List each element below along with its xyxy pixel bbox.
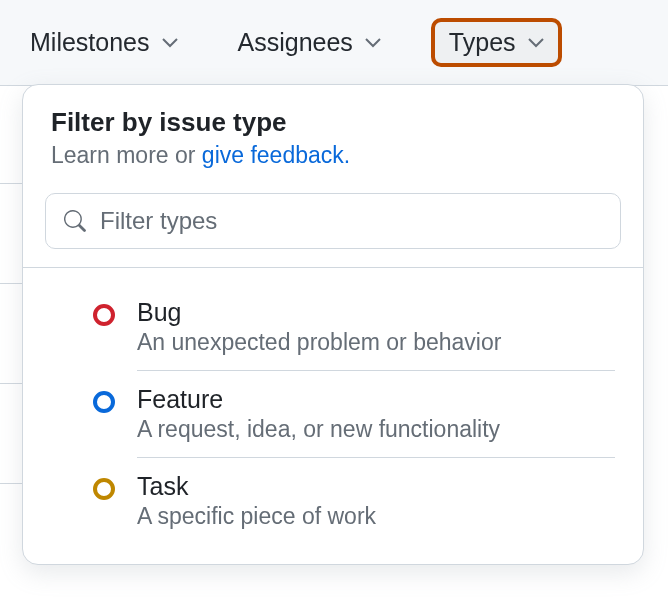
circle-icon xyxy=(93,391,115,413)
milestones-filter[interactable]: Milestones xyxy=(20,22,188,63)
search-field[interactable] xyxy=(45,193,621,249)
type-desc: A request, idea, or new functionality xyxy=(137,416,615,443)
type-item-feature[interactable]: Feature A request, idea, or new function… xyxy=(23,371,643,458)
type-list: Bug An unexpected problem or behavior Fe… xyxy=(23,268,643,564)
search-wrap xyxy=(23,179,643,268)
dropdown-subtext-prefix: Learn more or xyxy=(51,142,202,168)
caret-down-icon xyxy=(162,38,178,48)
caret-down-icon xyxy=(528,38,544,48)
types-dropdown: Filter by issue type Learn more or give … xyxy=(22,84,644,565)
type-body: Feature A request, idea, or new function… xyxy=(137,385,615,458)
types-label: Types xyxy=(449,28,516,57)
dropdown-subtext: Learn more or give feedback. xyxy=(51,142,615,169)
dropdown-title: Filter by issue type xyxy=(51,107,615,138)
circle-icon xyxy=(93,304,115,326)
search-icon xyxy=(64,210,86,232)
type-name: Bug xyxy=(137,298,615,327)
assignees-filter[interactable]: Assignees xyxy=(228,22,391,63)
filter-toolbar: Milestones Assignees Types xyxy=(0,0,668,86)
filter-types-input[interactable] xyxy=(98,206,602,236)
type-name: Feature xyxy=(137,385,615,414)
type-name: Task xyxy=(137,472,615,501)
give-feedback-link[interactable]: give feedback. xyxy=(202,142,350,168)
background-rows xyxy=(0,84,22,594)
caret-down-icon xyxy=(365,38,381,48)
dropdown-header: Filter by issue type Learn more or give … xyxy=(23,85,643,179)
type-item-task[interactable]: Task A specific piece of work xyxy=(23,458,643,544)
types-filter[interactable]: Types xyxy=(431,18,562,67)
type-body: Bug An unexpected problem or behavior xyxy=(137,298,615,371)
milestones-label: Milestones xyxy=(30,28,150,57)
type-body: Task A specific piece of work xyxy=(137,472,615,544)
type-desc: An unexpected problem or behavior xyxy=(137,329,615,356)
type-desc: A specific piece of work xyxy=(137,503,615,530)
circle-icon xyxy=(93,478,115,500)
type-item-bug[interactable]: Bug An unexpected problem or behavior xyxy=(23,284,643,371)
assignees-label: Assignees xyxy=(238,28,353,57)
